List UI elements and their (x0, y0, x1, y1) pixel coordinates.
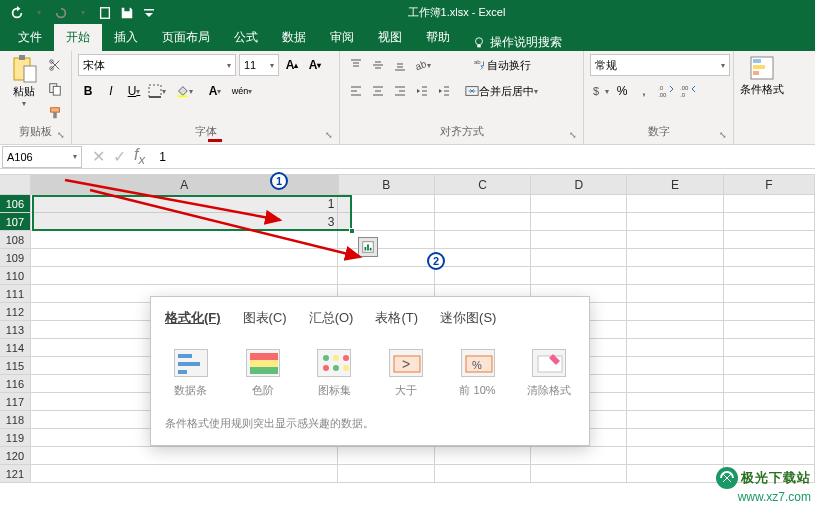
row-header-107[interactable]: 107 (0, 213, 31, 231)
alignment-launcher[interactable]: ⤡ (569, 130, 581, 142)
cell-F116[interactable] (724, 375, 816, 393)
cell-F114[interactable] (724, 339, 816, 357)
cell-E111[interactable] (627, 285, 723, 303)
cell-D106[interactable] (531, 195, 627, 213)
cell-F110[interactable] (724, 267, 816, 285)
row-header-114[interactable]: 114 (0, 339, 31, 357)
new-doc-icon[interactable] (96, 4, 114, 22)
cell-E109[interactable] (627, 249, 723, 267)
align-left-button[interactable] (346, 80, 366, 102)
number-launcher[interactable]: ⤡ (719, 130, 731, 142)
cell-E110[interactable] (627, 267, 723, 285)
popup-item-databar[interactable]: 数据条 (165, 349, 217, 398)
cell-F107[interactable] (724, 213, 816, 231)
cell-E117[interactable] (627, 393, 723, 411)
cell-E119[interactable] (627, 429, 723, 447)
popup-tab-sparkline[interactable]: 迷你图(S) (440, 309, 496, 331)
cell-D110[interactable] (531, 267, 627, 285)
col-header-C[interactable]: C (435, 175, 531, 194)
shrink-font-button[interactable]: A▾ (305, 54, 325, 76)
row-header-121[interactable]: 121 (0, 465, 31, 483)
tab-insert[interactable]: 插入 (102, 24, 150, 51)
row-header-118[interactable]: 118 (0, 411, 31, 429)
popup-tab-table[interactable]: 表格(T) (375, 309, 418, 331)
cell-F109[interactable] (724, 249, 816, 267)
number-format-combo[interactable]: 常规▾ (590, 54, 730, 76)
cell-E106[interactable] (627, 195, 723, 213)
col-header-B[interactable]: B (339, 175, 435, 194)
wrap-text-button[interactable]: ab 自动换行 (458, 54, 545, 76)
fill-handle[interactable] (349, 228, 355, 234)
increase-decimal-button[interactable]: .0.00 (656, 80, 676, 102)
cell-C120[interactable] (435, 447, 531, 465)
row-header-116[interactable]: 116 (0, 375, 31, 393)
conditional-formatting-button[interactable]: 条件格式 (740, 54, 784, 97)
row-header-109[interactable]: 109 (0, 249, 31, 267)
col-header-F[interactable]: F (724, 175, 815, 194)
cell-A110[interactable] (31, 267, 339, 285)
format-painter-button[interactable] (45, 102, 65, 124)
row-header-106[interactable]: 106 (0, 195, 31, 213)
cell-E114[interactable] (627, 339, 723, 357)
qat-customize-icon[interactable] (140, 4, 158, 22)
cell-B109[interactable] (338, 249, 434, 267)
row-header-119[interactable]: 119 (0, 429, 31, 447)
cell-A109[interactable] (31, 249, 339, 267)
cell-E118[interactable] (627, 411, 723, 429)
align-middle-button[interactable] (368, 54, 388, 76)
cell-E107[interactable] (627, 213, 723, 231)
align-top-button[interactable] (346, 54, 366, 76)
cell-F113[interactable] (724, 321, 816, 339)
row-header-115[interactable]: 115 (0, 357, 31, 375)
popup-item-greater[interactable]: > 大于 (380, 349, 432, 398)
col-header-E[interactable]: E (627, 175, 723, 194)
col-header-D[interactable]: D (531, 175, 627, 194)
row-header-120[interactable]: 120 (0, 447, 31, 465)
cell-B121[interactable] (338, 465, 434, 483)
tab-formulas[interactable]: 公式 (222, 24, 270, 51)
cell-E113[interactable] (627, 321, 723, 339)
cell-E108[interactable] (627, 231, 723, 249)
popup-item-colorscale[interactable]: 色阶 (237, 349, 289, 398)
cell-D120[interactable] (531, 447, 627, 465)
cell-C110[interactable] (435, 267, 531, 285)
row-header-113[interactable]: 113 (0, 321, 31, 339)
cell-F118[interactable] (724, 411, 816, 429)
redo-icon[interactable] (52, 4, 70, 22)
cell-D107[interactable] (531, 213, 627, 231)
tab-file[interactable]: 文件 (6, 24, 54, 51)
row-header-110[interactable]: 110 (0, 267, 31, 285)
border-button[interactable]: ▾ (147, 80, 167, 102)
align-center-button[interactable] (368, 80, 388, 102)
increase-indent-button[interactable] (434, 80, 454, 102)
align-right-button[interactable] (390, 80, 410, 102)
fill-color-button[interactable]: ▾ (170, 80, 198, 102)
cell-E121[interactable] (627, 465, 723, 483)
row-header-111[interactable]: 111 (0, 285, 31, 303)
cell-C109[interactable] (435, 249, 531, 267)
name-box[interactable]: A106▾ (2, 146, 82, 168)
font-name-combo[interactable]: 宋体▾ (78, 54, 236, 76)
undo-dropdown-icon[interactable]: ▾ (30, 4, 48, 22)
cell-F106[interactable] (724, 195, 816, 213)
cell-B106[interactable] (338, 195, 434, 213)
percent-button[interactable]: % (612, 80, 632, 102)
cell-D109[interactable] (531, 249, 627, 267)
cell-C108[interactable] (435, 231, 531, 249)
clipboard-launcher[interactable]: ⤡ (57, 130, 69, 142)
cell-A107[interactable]: 3 (31, 213, 339, 231)
cell-E120[interactable] (627, 447, 723, 465)
italic-button[interactable]: I (101, 80, 121, 102)
cell-E112[interactable] (627, 303, 723, 321)
tell-me-search[interactable]: 操作说明搜索 (462, 34, 572, 51)
cell-F120[interactable] (724, 447, 816, 465)
col-header-A[interactable]: A (31, 175, 339, 194)
tab-help[interactable]: 帮助 (414, 24, 462, 51)
grow-font-button[interactable]: A▴ (282, 54, 302, 76)
cell-A121[interactable] (31, 465, 339, 483)
cell-B120[interactable] (338, 447, 434, 465)
row-header-117[interactable]: 117 (0, 393, 31, 411)
underline-button[interactable]: U ▾ (124, 80, 144, 102)
cell-A108[interactable] (31, 231, 339, 249)
cut-button[interactable] (45, 54, 65, 76)
